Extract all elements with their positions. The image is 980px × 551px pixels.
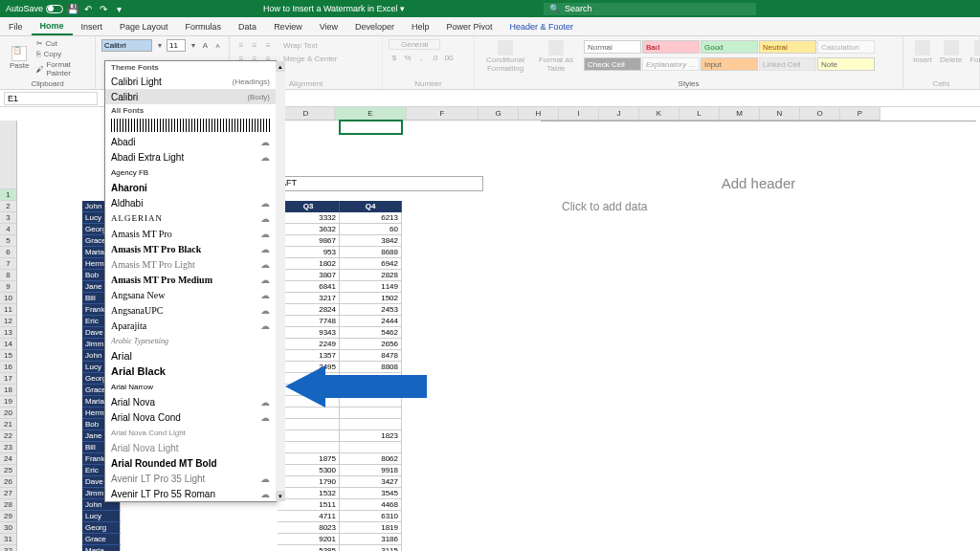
style-note[interactable]: Note xyxy=(817,57,875,71)
row-header-18[interactable]: 18 xyxy=(0,385,16,396)
data-cell[interactable] xyxy=(278,408,340,419)
font-option[interactable]: Arial Rounded MT Bold xyxy=(105,455,276,471)
data-cell[interactable]: 1875 xyxy=(278,453,340,465)
font-option[interactable]: Agency FB xyxy=(105,165,276,180)
data-cell[interactable]: 6841 xyxy=(278,281,340,293)
row-header-29[interactable]: 29 xyxy=(0,511,16,522)
style-input[interactable]: Input xyxy=(701,57,758,71)
tab-power-pivot[interactable]: Power Pivot xyxy=(438,17,501,35)
name-box[interactable]: E1 xyxy=(4,92,98,105)
row-header-19[interactable]: 19 xyxy=(0,396,16,408)
data-cell[interactable]: 2824 xyxy=(278,304,340,316)
autosave-toggle[interactable]: AutoSave xyxy=(6,4,63,13)
row-header-31[interactable]: 31 xyxy=(0,534,16,545)
style-explanatory[interactable]: Explanatory ... xyxy=(642,57,700,71)
data-cell[interactable]: 8688 xyxy=(340,247,402,258)
table-header[interactable]: Q3 xyxy=(278,201,340,212)
tab-data[interactable]: Data xyxy=(230,17,265,35)
redo-icon[interactable]: ↷ xyxy=(98,3,109,14)
data-cell[interactable]: 5300 xyxy=(278,465,340,476)
data-cell[interactable]: 4468 xyxy=(340,499,402,511)
font-option[interactable]: Arial Nova Light xyxy=(105,440,276,455)
data-cell[interactable]: 953 xyxy=(278,247,340,258)
tab-home[interactable]: Home xyxy=(32,17,73,35)
font-option[interactable]: Arial Black xyxy=(105,364,276,379)
data-cell[interactable]: 1790 xyxy=(278,476,340,488)
tab-insert[interactable]: Insert xyxy=(73,17,112,35)
data-cell[interactable]: 1819 xyxy=(340,522,402,534)
row-header-2[interactable]: 2 xyxy=(0,201,16,212)
format-cells-button[interactable]: Format xyxy=(966,38,980,67)
data-cell[interactable]: 1149 xyxy=(340,281,402,293)
font-option[interactable]: Arial xyxy=(105,348,276,364)
data-cell[interactable]: 2453 xyxy=(340,304,402,316)
row-header-22[interactable]: 22 xyxy=(0,430,16,442)
format-as-table-button[interactable]: Format as Table xyxy=(534,38,578,76)
delete-cells-button[interactable]: Delete xyxy=(936,38,966,67)
search-box[interactable]: 🔍 Search xyxy=(544,3,756,15)
shrink-font-icon[interactable]: A xyxy=(212,40,223,52)
font-option[interactable]: Arial Narrow xyxy=(105,379,276,394)
row-header-27[interactable]: 27 xyxy=(0,488,16,499)
row-header-11[interactable]: 11 xyxy=(0,304,16,316)
font-option[interactable]: Abadi☁ xyxy=(105,134,276,149)
font-option[interactable]: Angsana New☁ xyxy=(105,287,276,302)
font-option[interactable]: Aharoni xyxy=(105,180,276,195)
number-format-select[interactable]: General xyxy=(389,39,440,50)
grow-font-icon[interactable]: A xyxy=(200,40,211,52)
data-cell[interactable]: 3332 xyxy=(278,212,340,224)
data-cell[interactable]: 9867 xyxy=(278,235,340,247)
data-cell[interactable]: 3115 xyxy=(340,545,402,551)
data-cell[interactable]: 6310 xyxy=(340,511,402,522)
table-header[interactable]: Q4 xyxy=(340,201,402,212)
font-option[interactable]: Arial Nova Cond Light xyxy=(105,425,276,440)
data-cell[interactable]: 8478 xyxy=(340,350,402,362)
row-header-16[interactable]: 16 xyxy=(0,362,16,373)
scroll-down-icon[interactable]: ▾ xyxy=(276,491,285,501)
row-header-32[interactable]: 32 xyxy=(0,545,16,551)
header-input[interactable]: AFT xyxy=(277,176,483,191)
save-icon[interactable]: 💾 xyxy=(67,3,78,14)
style-good[interactable]: Good xyxy=(701,40,758,54)
tab-developer[interactable]: Developer xyxy=(346,17,403,35)
font-option[interactable]: Aparajita☁ xyxy=(105,318,276,333)
data-cell[interactable]: 1823 xyxy=(340,430,402,442)
data-cell[interactable]: 1802 xyxy=(278,258,340,270)
row-header-20[interactable]: 20 xyxy=(0,408,16,419)
font-name-input[interactable] xyxy=(101,39,152,52)
tab-file[interactable]: File xyxy=(0,17,32,35)
font-option[interactable]: Calibri(Body) xyxy=(105,89,276,104)
tab-view[interactable]: View xyxy=(311,17,346,35)
format-painter-button[interactable]: 🖌Format Painter xyxy=(36,59,89,78)
data-cell[interactable]: 3807 xyxy=(278,270,340,281)
font-dropdown[interactable]: Theme Fonts Calibri Light(Headings)Calib… xyxy=(104,60,277,502)
row-header-3[interactable]: 3 xyxy=(0,212,16,224)
font-dropdown-scrollbar[interactable]: ▴ ▾ xyxy=(276,61,285,501)
data-cell[interactable]: 5462 xyxy=(340,327,402,339)
name-cell[interactable]: Lucy xyxy=(82,511,121,522)
data-cell[interactable]: 3217 xyxy=(278,293,340,304)
data-cell[interactable]: 1532 xyxy=(278,488,340,499)
data-cell[interactable]: 4711 xyxy=(278,511,340,522)
font-option[interactable]: ALGERIAN☁ xyxy=(105,210,276,226)
data-cell[interactable]: 8062 xyxy=(340,453,402,465)
wrap-text-button[interactable]: Wrap Text xyxy=(283,41,318,50)
style-check-cell[interactable]: Check Cell xyxy=(584,57,641,71)
data-cell[interactable]: 2828 xyxy=(340,270,402,281)
font-option[interactable]: Arial Nova☁ xyxy=(105,394,276,409)
data-cell[interactable]: 3545 xyxy=(340,488,402,499)
row-header-13[interactable]: 13 xyxy=(0,327,16,339)
tab-help[interactable]: Help xyxy=(403,17,438,35)
row-header-21[interactable]: 21 xyxy=(0,419,16,430)
data-cell[interactable]: 9201 xyxy=(278,534,340,545)
data-cell[interactable]: 1511 xyxy=(278,499,340,511)
data-cell[interactable] xyxy=(340,419,402,430)
tab-header-footer[interactable]: Header & Footer xyxy=(501,17,583,35)
data-cell[interactable] xyxy=(278,442,340,453)
data-cell[interactable]: 2444 xyxy=(340,316,402,327)
selected-cell[interactable] xyxy=(340,121,402,134)
data-cell[interactable]: 1502 xyxy=(340,293,402,304)
data-cell[interactable]: 6213 xyxy=(340,212,402,224)
style-linked[interactable]: Linked Cell xyxy=(759,57,816,71)
font-size-dropdown-icon[interactable]: ▾ xyxy=(188,40,198,52)
